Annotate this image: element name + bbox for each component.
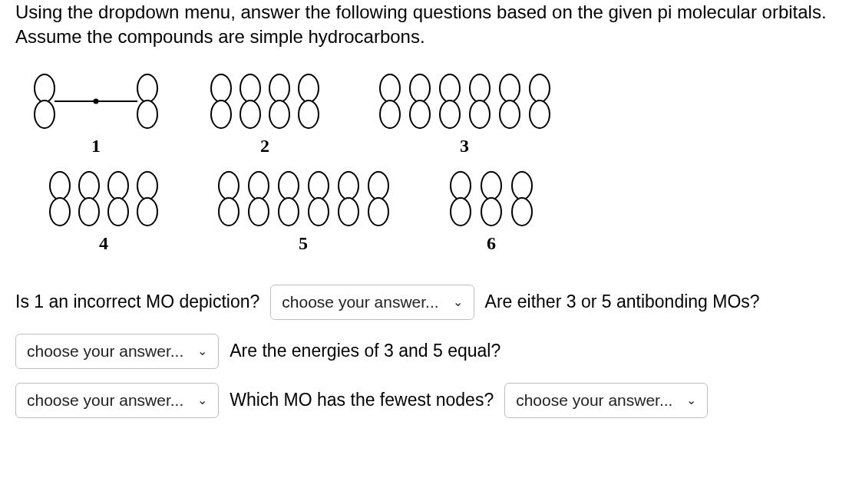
mo-1: 1	[31, 73, 161, 156]
orbital-row-1: 1 2	[15, 73, 834, 156]
mo-3-svg	[368, 73, 560, 130]
svg-point-50	[512, 172, 532, 199]
svg-point-48	[481, 172, 501, 199]
svg-point-15	[380, 100, 400, 128]
svg-point-51	[512, 198, 532, 226]
svg-point-28	[79, 172, 99, 199]
svg-point-30	[108, 172, 128, 199]
svg-point-21	[470, 100, 490, 128]
svg-point-5	[137, 100, 157, 128]
svg-point-17	[410, 100, 430, 128]
svg-point-11	[269, 100, 289, 128]
question-prompt: Using the dropdown menu, answer the foll…	[15, 0, 834, 50]
mo-1-svg	[31, 73, 161, 130]
mo-2-label: 2	[260, 136, 269, 156]
svg-point-40	[309, 172, 329, 199]
svg-point-35	[219, 198, 239, 226]
mo-2-svg	[200, 73, 330, 130]
orbital-row-2: 4 5	[15, 170, 834, 254]
mo-3-label: 3	[460, 136, 469, 156]
q4-dropdown-text: choose your answer...	[516, 391, 672, 410]
svg-point-44	[368, 172, 388, 199]
q2-dropdown[interactable]: choose your answer... ⌄	[15, 334, 219, 369]
q2-text: Are either 3 or 5 antibonding MOs?	[485, 292, 760, 312]
svg-point-32	[137, 172, 157, 199]
mo-2: 2	[200, 73, 330, 156]
mo-6-svg	[438, 170, 545, 227]
svg-point-26	[50, 172, 70, 199]
svg-point-31	[108, 198, 128, 226]
question-row-1: Is 1 an incorrect MO depiction? choose y…	[15, 285, 834, 320]
question-row-3: choose your answer... ⌄ Which MO has the…	[15, 383, 834, 418]
q3-text: Are the energies of 3 and 5 equal?	[230, 341, 500, 361]
questions-area: Is 1 an incorrect MO depiction? choose y…	[15, 285, 834, 418]
mo-5: 5	[207, 170, 399, 254]
svg-point-22	[500, 74, 520, 102]
svg-point-20	[470, 74, 490, 102]
svg-point-16	[410, 74, 430, 102]
svg-point-46	[451, 172, 471, 199]
mo-5-svg	[207, 170, 399, 227]
mo-1-label: 1	[91, 136, 101, 156]
svg-point-4	[137, 74, 157, 102]
q2-dropdown-text: choose your answer...	[27, 342, 183, 361]
mo-4: 4	[38, 170, 169, 254]
q3-dropdown-text: choose your answer...	[27, 391, 183, 410]
q1-text: Is 1 an incorrect MO depiction?	[15, 292, 259, 312]
mo-4-label: 4	[99, 233, 108, 254]
svg-point-41	[309, 198, 329, 226]
svg-point-42	[339, 172, 358, 199]
mo-6: 6	[438, 170, 545, 254]
svg-point-47	[451, 198, 471, 226]
chevron-down-icon: ⌄	[197, 344, 207, 358]
svg-point-39	[279, 198, 299, 226]
svg-point-49	[481, 198, 501, 226]
svg-point-6	[211, 74, 231, 102]
svg-point-3	[94, 99, 98, 103]
svg-point-38	[279, 172, 299, 199]
svg-point-45	[368, 198, 388, 226]
mo-6-label: 6	[487, 233, 496, 254]
chevron-down-icon: ⌄	[197, 393, 207, 407]
svg-point-13	[299, 100, 319, 128]
svg-point-19	[440, 100, 460, 128]
svg-point-8	[240, 74, 260, 102]
svg-point-23	[500, 100, 520, 128]
svg-point-27	[50, 198, 70, 226]
svg-point-37	[249, 198, 269, 226]
svg-point-33	[137, 198, 157, 226]
mo-5-label: 5	[299, 233, 308, 254]
orbital-diagrams: 1 2	[15, 73, 834, 254]
q1-dropdown[interactable]: choose your answer... ⌄	[270, 285, 474, 320]
q4-text: Which MO has the fewest nodes?	[230, 390, 494, 410]
chevron-down-icon: ⌄	[453, 295, 463, 309]
svg-point-14	[380, 74, 400, 102]
svg-point-36	[249, 172, 269, 199]
svg-point-18	[440, 74, 460, 102]
svg-point-24	[530, 74, 550, 102]
svg-point-12	[299, 74, 319, 102]
svg-point-9	[240, 100, 260, 128]
svg-point-1	[35, 100, 55, 128]
svg-point-25	[530, 100, 550, 128]
q4-dropdown[interactable]: choose your answer... ⌄	[504, 383, 708, 418]
svg-point-29	[79, 198, 99, 226]
question-row-2: choose your answer... ⌄ Are the energies…	[15, 334, 834, 369]
svg-point-43	[339, 198, 358, 226]
svg-point-0	[35, 74, 55, 102]
q1-dropdown-text: choose your answer...	[282, 293, 438, 311]
svg-point-34	[219, 172, 239, 199]
mo-4-svg	[38, 170, 169, 227]
mo-3: 3	[368, 73, 560, 156]
q3-dropdown[interactable]: choose your answer... ⌄	[15, 383, 219, 418]
svg-point-7	[211, 100, 231, 128]
chevron-down-icon: ⌄	[686, 393, 696, 407]
svg-point-10	[269, 74, 289, 102]
